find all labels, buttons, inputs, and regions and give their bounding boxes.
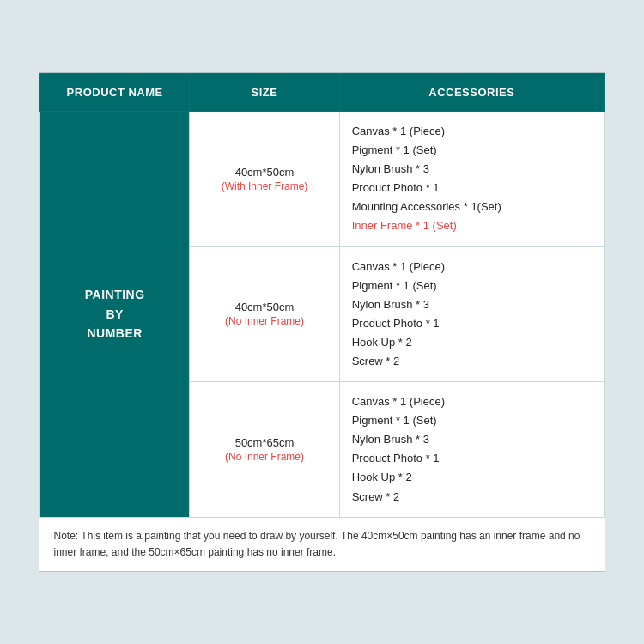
header-product-name: PRODUCT NAME xyxy=(40,73,190,111)
accessory-item: Pigment * 1 (Set) xyxy=(352,411,592,430)
accessory-item: Screw * 2 xyxy=(352,352,592,371)
note-text: Note: This item is a painting that you n… xyxy=(40,517,605,571)
accessory-item: Mounting Accessories * 1(Set) xyxy=(352,197,592,216)
header-accessories: ACCESSORIES xyxy=(339,73,604,111)
accessory-item: Nylon Brush * 3 xyxy=(352,160,592,179)
accessory-item: Screw * 2 xyxy=(352,488,592,507)
accessory-item: Canvas * 1 (Piece) xyxy=(352,122,592,141)
size-cell-1: 40cm*50cm(No Inner Frame) xyxy=(190,246,339,382)
accessory-item: Canvas * 1 (Piece) xyxy=(352,258,592,276)
accessories-cell-0: Canvas * 1 (Piece)Pigment * 1 (Set)Nylon… xyxy=(339,111,604,246)
accessory-item: Nylon Brush * 3 xyxy=(352,430,592,449)
size-cell-2: 50cm*65cm(No Inner Frame) xyxy=(190,382,339,518)
accessory-item: Canvas * 1 (Piece) xyxy=(352,392,592,411)
accessory-item: Inner Frame * 1 (Set) xyxy=(352,216,592,235)
product-name-cell: PAINTINGBYNUMBER xyxy=(40,111,190,517)
accessory-item: Product Photo * 1 xyxy=(352,449,592,468)
product-table-container: PRODUCT NAME SIZE ACCESSORIES PAINTINGBY… xyxy=(39,72,605,572)
accessories-cell-2: Canvas * 1 (Piece)Pigment * 1 (Set)Nylon… xyxy=(339,382,604,518)
accessory-item: Pigment * 1 (Set) xyxy=(352,276,592,295)
accessory-item: Nylon Brush * 3 xyxy=(352,295,592,314)
accessory-item: Pigment * 1 (Set) xyxy=(352,141,592,160)
accessories-cell-1: Canvas * 1 (Piece)Pigment * 1 (Set)Nylon… xyxy=(339,246,604,382)
accessory-item: Product Photo * 1 xyxy=(352,314,592,333)
header-size: SIZE xyxy=(190,73,339,111)
accessory-item: Hook Up * 2 xyxy=(352,333,592,352)
accessory-item: Product Photo * 1 xyxy=(352,179,592,197)
accessory-item: Hook Up * 2 xyxy=(352,468,592,487)
size-cell-0: 40cm*50cm(With Inner Frame) xyxy=(190,111,339,246)
